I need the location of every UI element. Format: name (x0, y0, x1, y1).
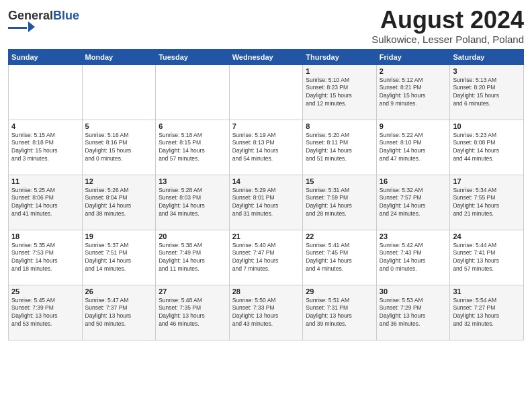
day-info: Sunrise: 5:22 AM Sunset: 8:10 PM Dayligh… (380, 132, 447, 164)
table-row: 18Sunrise: 5:35 AM Sunset: 7:53 PM Dayli… (9, 230, 83, 285)
logo-arrow-icon (28, 21, 35, 32)
table-row: 15Sunrise: 5:31 AM Sunset: 7:59 PM Dayli… (303, 175, 377, 230)
day-number: 13 (159, 177, 226, 185)
location: Sulkowice, Lesser Poland, Poland (371, 34, 524, 45)
table-row: 26Sunrise: 5:47 AM Sunset: 7:37 PM Dayli… (82, 285, 156, 340)
col-monday: Monday (82, 49, 156, 64)
day-number: 27 (159, 287, 226, 295)
month-title: August 2024 (371, 7, 524, 34)
table-row: 28Sunrise: 5:50 AM Sunset: 7:33 PM Dayli… (229, 285, 303, 340)
day-number: 4 (11, 122, 79, 130)
table-row: 23Sunrise: 5:42 AM Sunset: 7:43 PM Dayli… (376, 230, 450, 285)
day-number: 26 (85, 287, 153, 295)
logo-general-text: General (8, 9, 53, 22)
day-number: 1 (306, 67, 373, 75)
day-info: Sunrise: 5:54 AM Sunset: 7:27 PM Dayligh… (453, 297, 521, 329)
table-row: 12Sunrise: 5:26 AM Sunset: 8:04 PM Dayli… (82, 175, 156, 230)
day-info: Sunrise: 5:28 AM Sunset: 8:03 PM Dayligh… (159, 187, 226, 219)
table-row: 13Sunrise: 5:28 AM Sunset: 8:03 PM Dayli… (156, 175, 230, 230)
day-info: Sunrise: 5:20 AM Sunset: 8:11 PM Dayligh… (306, 132, 373, 164)
table-row (9, 64, 83, 120)
day-info: Sunrise: 5:31 AM Sunset: 7:59 PM Dayligh… (306, 187, 373, 219)
table-row: 16Sunrise: 5:32 AM Sunset: 7:57 PM Dayli… (376, 175, 450, 230)
day-number: 31 (453, 287, 521, 295)
day-info: Sunrise: 5:47 AM Sunset: 7:37 PM Dayligh… (85, 297, 153, 329)
day-number: 10 (453, 122, 521, 130)
day-number: 6 (159, 122, 226, 130)
logo-blue-text: Blue (53, 9, 79, 22)
day-info: Sunrise: 5:34 AM Sunset: 7:55 PM Dayligh… (453, 187, 521, 219)
day-number: 14 (232, 177, 300, 185)
day-info: Sunrise: 5:23 AM Sunset: 8:08 PM Dayligh… (453, 132, 521, 164)
title-block: August 2024 Sulkowice, Lesser Poland, Po… (371, 7, 524, 45)
col-sunday: Sunday (9, 49, 83, 64)
day-info: Sunrise: 5:12 AM Sunset: 8:21 PM Dayligh… (380, 77, 447, 109)
day-info: Sunrise: 5:26 AM Sunset: 8:04 PM Dayligh… (85, 187, 153, 219)
day-info: Sunrise: 5:18 AM Sunset: 8:15 PM Dayligh… (159, 132, 226, 164)
table-row: 14Sunrise: 5:29 AM Sunset: 8:01 PM Dayli… (229, 175, 303, 230)
col-saturday: Saturday (450, 49, 524, 64)
table-row: 9Sunrise: 5:22 AM Sunset: 8:10 PM Daylig… (376, 120, 450, 175)
day-info: Sunrise: 5:35 AM Sunset: 7:53 PM Dayligh… (11, 242, 79, 274)
day-number: 18 (11, 232, 79, 240)
day-info: Sunrise: 5:42 AM Sunset: 7:43 PM Dayligh… (380, 242, 447, 274)
table-row: 27Sunrise: 5:48 AM Sunset: 7:35 PM Dayli… (156, 285, 230, 340)
table-row: 19Sunrise: 5:37 AM Sunset: 7:51 PM Dayli… (82, 230, 156, 285)
table-row: 21Sunrise: 5:40 AM Sunset: 7:47 PM Dayli… (229, 230, 303, 285)
day-number: 19 (85, 232, 153, 240)
table-row: 8Sunrise: 5:20 AM Sunset: 8:11 PM Daylig… (303, 120, 377, 175)
table-row: 17Sunrise: 5:34 AM Sunset: 7:55 PM Dayli… (450, 175, 524, 230)
day-number: 17 (453, 177, 521, 185)
day-info: Sunrise: 5:48 AM Sunset: 7:35 PM Dayligh… (159, 297, 226, 329)
table-row: 25Sunrise: 5:45 AM Sunset: 7:39 PM Dayli… (9, 285, 83, 340)
table-row: 1Sunrise: 5:10 AM Sunset: 8:23 PM Daylig… (303, 64, 377, 120)
table-row: 11Sunrise: 5:25 AM Sunset: 8:06 PM Dayli… (9, 175, 83, 230)
day-number: 20 (159, 232, 226, 240)
day-info: Sunrise: 5:10 AM Sunset: 8:23 PM Dayligh… (306, 77, 373, 109)
col-friday: Friday (376, 49, 450, 64)
day-info: Sunrise: 5:25 AM Sunset: 8:06 PM Dayligh… (11, 187, 79, 219)
day-info: Sunrise: 5:50 AM Sunset: 7:33 PM Dayligh… (232, 297, 300, 329)
table-row: 4Sunrise: 5:15 AM Sunset: 8:18 PM Daylig… (9, 120, 83, 175)
table-row: 22Sunrise: 5:41 AM Sunset: 7:45 PM Dayli… (303, 230, 377, 285)
day-number: 7 (232, 122, 300, 130)
table-row: 31Sunrise: 5:54 AM Sunset: 7:27 PM Dayli… (450, 285, 524, 340)
header-row: Sunday Monday Tuesday Wednesday Thursday… (9, 49, 524, 64)
col-tuesday: Tuesday (156, 49, 230, 64)
day-number: 29 (306, 287, 373, 295)
day-number: 30 (380, 287, 447, 295)
col-thursday: Thursday (303, 49, 377, 64)
day-number: 12 (85, 177, 153, 185)
day-info: Sunrise: 5:41 AM Sunset: 7:45 PM Dayligh… (306, 242, 373, 274)
day-info: Sunrise: 5:44 AM Sunset: 7:41 PM Dayligh… (453, 242, 521, 274)
table-row (229, 64, 303, 120)
day-info: Sunrise: 5:45 AM Sunset: 7:39 PM Dayligh… (11, 297, 79, 329)
day-number: 24 (453, 232, 521, 240)
day-number: 28 (232, 287, 300, 295)
day-info: Sunrise: 5:32 AM Sunset: 7:57 PM Dayligh… (380, 187, 447, 219)
table-row: 29Sunrise: 5:51 AM Sunset: 7:31 PM Dayli… (303, 285, 377, 340)
day-number: 5 (85, 122, 153, 130)
day-info: Sunrise: 5:38 AM Sunset: 7:49 PM Dayligh… (159, 242, 226, 274)
header: GeneralBlue August 2024 Sulkowice, Lesse… (8, 7, 524, 45)
table-row: 3Sunrise: 5:13 AM Sunset: 8:20 PM Daylig… (450, 64, 524, 120)
table-row: 6Sunrise: 5:18 AM Sunset: 8:15 PM Daylig… (156, 120, 230, 175)
table-row: 7Sunrise: 5:19 AM Sunset: 8:13 PM Daylig… (229, 120, 303, 175)
day-info: Sunrise: 5:19 AM Sunset: 8:13 PM Dayligh… (232, 132, 300, 164)
day-number: 11 (11, 177, 79, 185)
table-row: 20Sunrise: 5:38 AM Sunset: 7:49 PM Dayli… (156, 230, 230, 285)
logo-line (8, 27, 27, 29)
day-number: 8 (306, 122, 373, 130)
day-number: 25 (11, 287, 79, 295)
table-row (156, 64, 230, 120)
col-wednesday: Wednesday (229, 49, 303, 64)
table-row: 2Sunrise: 5:12 AM Sunset: 8:21 PM Daylig… (376, 64, 450, 120)
day-info: Sunrise: 5:40 AM Sunset: 7:47 PM Dayligh… (232, 242, 300, 274)
day-info: Sunrise: 5:53 AM Sunset: 7:29 PM Dayligh… (380, 297, 447, 329)
day-info: Sunrise: 5:37 AM Sunset: 7:51 PM Dayligh… (85, 242, 153, 274)
table-row: 5Sunrise: 5:16 AM Sunset: 8:16 PM Daylig… (82, 120, 156, 175)
day-number: 21 (232, 232, 300, 240)
calendar-table: Sunday Monday Tuesday Wednesday Thursday… (8, 49, 524, 340)
day-number: 3 (453, 67, 521, 75)
day-number: 9 (380, 122, 447, 130)
